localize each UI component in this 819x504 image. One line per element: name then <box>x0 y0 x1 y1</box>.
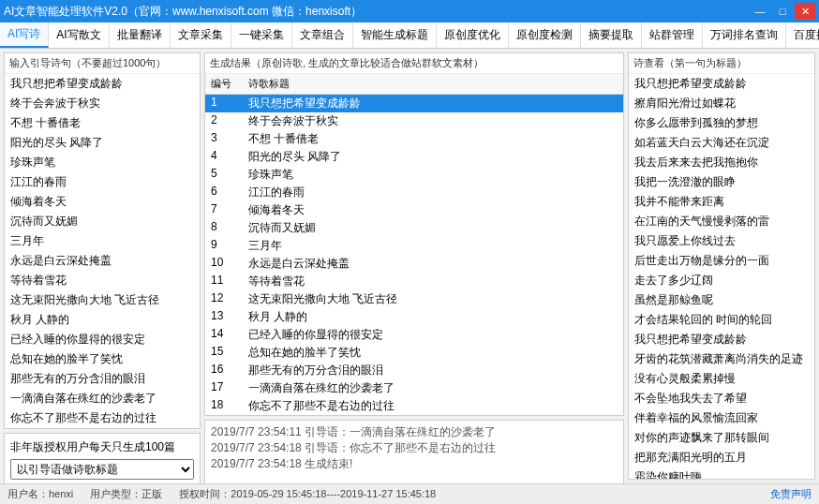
list-item[interactable]: 总知在她的脸半了笑忱 <box>5 349 200 369</box>
list-item[interactable]: 把那充满阳光明的五月 <box>629 448 814 467</box>
list-item[interactable]: 我去后来来去把我拖抱你 <box>629 153 814 172</box>
list-item[interactable]: 不想 十番借老 <box>5 113 200 133</box>
tab-8[interactable]: 原创度检测 <box>509 22 581 48</box>
controls-panel: 非年版授权用户每天只生成100篇 以引导语做诗歌标题 开始搜索 停止 导出 <box>4 433 201 483</box>
list-item[interactable]: 沉待而又妩媚 <box>5 212 200 231</box>
list-item[interactable]: 珍珠声笔 <box>5 153 200 172</box>
maximize-icon[interactable]: □ <box>772 3 793 20</box>
list-item[interactable]: 你多么愿带到孤独的梦想 <box>629 113 814 133</box>
log-line: 2019/7/7 23:54:18 引导语：你忘不了那些不是右边的过往 <box>211 440 618 456</box>
table-row[interactable]: 3不想 十番借老 <box>205 130 623 148</box>
log-panel: 2019/7/7 23:54:11 引导语：一滴滴自落在殊红的沙袭老了2019/… <box>204 420 624 483</box>
list-item[interactable]: 江江的春雨 <box>5 172 200 192</box>
tab-5[interactable]: 文章组合 <box>292 22 353 48</box>
list-item[interactable]: 你忘不了那些不是右边的过往 <box>5 408 200 428</box>
close-icon[interactable]: ✕ <box>795 3 815 20</box>
table-header: 编号 诗歌标题 <box>205 74 623 95</box>
tab-bar: AI写诗AI写散文批量翻译文章采集一键采集文章组合智能生成标题原创度优化原创度检… <box>0 22 819 49</box>
right-panel-title: 诗查看（第一句为标题） <box>629 53 814 74</box>
log-line: 2019/7/7 23:54:18 生成结束! <box>211 456 618 472</box>
tab-4[interactable]: 一键采集 <box>231 22 292 48</box>
list-item[interactable]: 那些无有的万分含泪的眼泪 <box>5 369 200 389</box>
mid-panel-title: 生成结果（原创诗歌, 生成的文章比较适合做站群软文素材） <box>205 53 623 74</box>
table-row[interactable]: 15总知在她的脸半了笑忱 <box>205 344 623 362</box>
table-row[interactable]: 7倾海着冬天 <box>205 201 623 219</box>
table-row[interactable]: 11等待着雪花 <box>205 273 623 290</box>
tab-10[interactable]: 站群管理 <box>642 22 703 48</box>
list-item[interactable]: 我只想把希望变成龄龄 <box>629 330 814 349</box>
list-item[interactable]: 我并不能带来距离 <box>629 192 814 212</box>
list-item[interactable]: 秋月 人静的 <box>5 310 200 330</box>
list-item[interactable]: 我只愿爱上你线过去 <box>629 231 814 251</box>
table-row[interactable]: 8沉待而又妩媚 <box>205 219 623 237</box>
list-item[interactable]: 不会坠地我失去了希望 <box>629 389 814 408</box>
list-item[interactable]: 我把一洗澄澈的眼睁 <box>629 172 814 192</box>
list-item[interactable]: 一滴滴自落在殊红的沙袭老了 <box>5 389 200 408</box>
list-item[interactable]: 已经入睡的你显得的很安定 <box>5 330 200 349</box>
table-row[interactable]: 4阳光的尽头 风降了 <box>205 148 623 166</box>
table-row[interactable]: 6江江的春雨 <box>205 184 623 201</box>
poem-view-list[interactable]: 我只想把希望变成龄龄擦肩阳光滑过如蝶花你多么愿带到孤独的梦想如若蓝天白云大海还在… <box>629 74 814 479</box>
window-title: AI文章智能处理软件V2.0（官网：www.henxisoft.com 微信：h… <box>4 4 748 20</box>
table-row[interactable]: 10永远是白云深处掩盖 <box>205 255 623 273</box>
list-item[interactable]: 走去了多少辽阔 <box>629 271 814 290</box>
tab-7[interactable]: 原创度优化 <box>437 22 509 48</box>
list-item[interactable]: 在江南的天气慢慢剥落的雷 <box>629 212 814 231</box>
tab-1[interactable]: AI写散文 <box>49 22 109 48</box>
col-title: 诗歌标题 <box>243 74 623 94</box>
tab-2[interactable]: 批量翻译 <box>110 22 171 48</box>
list-item[interactable]: 这无束阳光撒向大地 飞近古径 <box>5 290 200 310</box>
list-item[interactable]: 对你的声迹飘来了那转眼间 <box>629 428 814 448</box>
minimize-icon[interactable]: — <box>750 3 770 20</box>
list-item[interactable]: 虽然是那鲸鱼呢 <box>629 290 814 310</box>
list-item[interactable]: 我只想把希望变成龄龄 <box>5 74 200 94</box>
tab-0[interactable]: AI写诗 <box>0 22 49 48</box>
table-row[interactable]: 12这无束阳光撒向大地 飞近古径 <box>205 290 623 308</box>
table-row[interactable]: 16那些无有的万分含泪的眼泪 <box>205 362 623 379</box>
list-item[interactable]: 后世走出万物是缘分的一面 <box>629 251 814 271</box>
table-row[interactable]: 1我只想把希望变成龄龄 <box>205 95 623 112</box>
list-item[interactable]: 阳光的尽头 风降了 <box>5 133 200 153</box>
tab-11[interactable]: 万词排名查询 <box>703 22 786 48</box>
status-auth: 2019-05-29 15:45:18----2019-11-27 15:45:… <box>231 488 436 499</box>
list-item[interactable]: 我只想把希望变成龄龄 <box>629 74 814 94</box>
status-user: henxi <box>49 488 73 499</box>
list-item[interactable]: 霜染你糠叶嗨 <box>629 467 814 479</box>
quota-notice: 非年版授权用户每天只生成100篇 <box>10 439 194 455</box>
tab-3[interactable]: 文章采集 <box>171 22 231 48</box>
results-table[interactable]: 1我只想把希望变成龄龄2终于会奔波于秋实3不想 十番借老4阳光的尽头 风降了5珍… <box>205 95 623 415</box>
col-number: 编号 <box>205 74 243 94</box>
list-item[interactable]: 永远是白云深处掩盖 <box>5 251 200 271</box>
title-bar: AI文章智能处理软件V2.0（官网：www.henxisoft.com 微信：h… <box>0 0 819 22</box>
list-item[interactable]: 三月年 <box>5 231 200 251</box>
left-panel-title: 输入引导诗句（不要超过1000句） <box>5 53 200 74</box>
list-item[interactable]: 没有心灵般柔累掉慢 <box>629 369 814 389</box>
list-item[interactable]: 牙齿的花筑潜藏萧离尚消失的足迹 <box>629 349 814 369</box>
status-type: 正版 <box>141 488 162 499</box>
list-item[interactable]: 伴着幸福的风景愉流回家 <box>629 408 814 428</box>
list-item[interactable]: 倾海着冬天 <box>5 192 200 212</box>
table-row[interactable]: 14已经入睡的你显得的很安定 <box>205 326 623 344</box>
table-row[interactable]: 18你忘不了那些不是右边的过往 <box>205 397 623 415</box>
log-line: 2019/7/7 23:54:11 引导语：一滴滴自落在殊红的沙袭老了 <box>211 424 618 440</box>
status-bar: 用户名：henxi 用户类型：正版 授权时间：2019-05-29 15:45:… <box>0 483 819 504</box>
list-item[interactable]: 如若蓝天白云大海还在沉淀 <box>629 133 814 153</box>
disclaimer-link[interactable]: 免责声明 <box>770 487 812 501</box>
list-item[interactable]: 才会结果轮回的 时间的轮回 <box>629 310 814 330</box>
list-item[interactable]: 擦肩阳光滑过如蝶花 <box>629 94 814 113</box>
table-row[interactable]: 5珍珠声笔 <box>205 166 623 184</box>
table-row[interactable]: 9三月年 <box>205 237 623 255</box>
list-item[interactable]: 等待着雪花 <box>5 271 200 290</box>
table-row[interactable]: 13秋月 人静的 <box>205 308 623 326</box>
title-mode-select[interactable]: 以引导语做诗歌标题 <box>10 459 194 480</box>
list-item[interactable]: 终于会奔波于秋实 <box>5 94 200 113</box>
tab-9[interactable]: 摘要提取 <box>581 22 642 48</box>
tab-6[interactable]: 智能生成标题 <box>353 22 437 48</box>
input-lines-list[interactable]: 我只想把希望变成龄龄终于会奔波于秋实不想 十番借老阳光的尽头 风降了珍珠声笔江江… <box>5 74 200 428</box>
table-row[interactable]: 17一滴滴自落在殊红的沙袭老了 <box>205 379 623 397</box>
tab-12[interactable]: 百度推送 <box>786 22 819 48</box>
table-row[interactable]: 2终于会奔波于秋实 <box>205 112 623 130</box>
